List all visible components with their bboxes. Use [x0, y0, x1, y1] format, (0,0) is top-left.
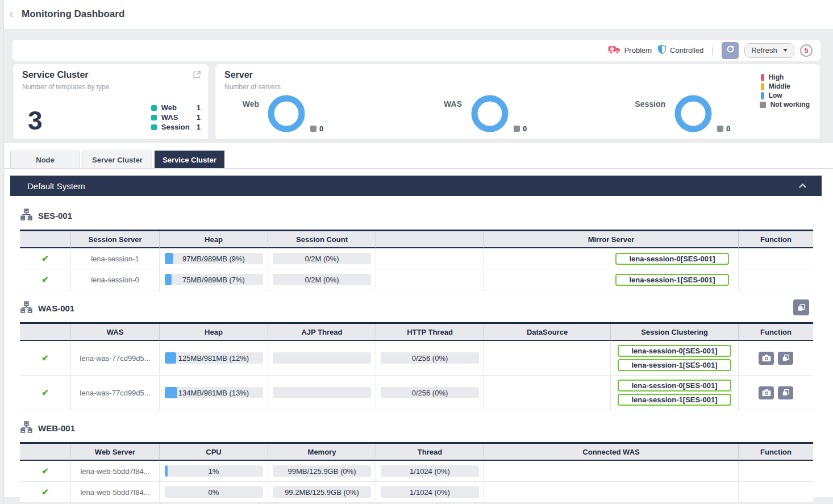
session-count-gauge: 0/2M (0%)	[273, 274, 371, 285]
cluster-icon	[20, 208, 33, 223]
server-name-cell: lena-session-1	[71, 248, 160, 269]
web-col-cpu: CPU	[160, 444, 268, 461]
tab-server-cluster[interactable]: Server Cluster	[82, 151, 152, 168]
heap-cell: 125MB/981MB (12%)	[160, 341, 268, 376]
server-name-cell: lena-was-77cd99d5...	[71, 341, 160, 376]
service-cluster-card-title: Service Cluster	[22, 70, 89, 80]
ses-col-session-server: Session Server	[71, 231, 160, 248]
was-section-head: WAS-001	[20, 301, 813, 315]
main-panel: Node Server Cluster Service Cluster Defa…	[5, 143, 833, 497]
teal-square-icon	[151, 115, 157, 120]
heap-gauge: 97MB/989MB (9%)	[165, 253, 263, 264]
toolbar-divider: |	[711, 46, 714, 55]
status-legend: High Middle Low Not working	[761, 73, 810, 109]
legend-low: Low	[761, 91, 810, 99]
not-working-square-icon	[760, 102, 766, 108]
ses-col-session-count: Session Count	[268, 231, 376, 248]
function-cell	[739, 376, 813, 410]
ses-table: Session Server Heap Session Count Mirror…	[20, 230, 813, 290]
system-bar-title: Default System	[27, 181, 85, 191]
ses-col-blank	[376, 231, 484, 248]
function-cell	[739, 269, 813, 290]
refresh-interval-dropdown[interactable]: Refresh	[744, 43, 794, 58]
refresh-dropdown-label: Refresh	[751, 46, 777, 55]
session-count-cell: 0/2M (0%)	[268, 269, 376, 290]
page-title: Monitoring Dashboard	[22, 9, 124, 20]
mirror-server-pill[interactable]: lena-session-0[SES-001]	[615, 253, 729, 265]
mirror-server-pill[interactable]: lena-session-1[SES-001]	[615, 274, 729, 286]
clustering-pill[interactable]: lena-session-0[SES-001]	[618, 380, 731, 391]
heap-gauge: 75MB/989MB (7%)	[165, 274, 263, 285]
mirror-server-cell: lena-session-0[SES-001]	[484, 248, 739, 269]
app-header: ‹ Monitoring Dashboard	[0, 0, 833, 30]
ses-col-function: Function	[739, 231, 813, 248]
heap-gauge: 125MB/981MB (12%)	[165, 352, 263, 364]
service-cluster-card: Service Cluster Number of templates by t…	[13, 64, 209, 140]
clustering-pill[interactable]: lena-session-0[SES-001]	[618, 345, 731, 357]
ajp-thread-gauge	[273, 352, 371, 364]
memory-gauge: 99.2MB/125.9GB (0%)	[273, 486, 371, 498]
status-cell: ✔	[20, 482, 71, 503]
tab-service-cluster[interactable]: Service Cluster	[155, 151, 224, 168]
http-thread-gauge: 0/256 (0%)	[381, 387, 479, 398]
copy-button[interactable]	[778, 352, 793, 365]
check-icon: ✔	[41, 466, 49, 476]
clustering-pill[interactable]: lena-session-1[SES-001]	[618, 359, 731, 371]
web-not-working-count: 0	[310, 124, 323, 133]
was-col-datasource: DataSource	[484, 324, 611, 341]
server-name-cell: lena-web-5bdd7f84...	[71, 482, 160, 503]
template-total-count: 3	[28, 105, 43, 136]
web-section-head: WEB-001	[20, 420, 813, 435]
low-pill-icon	[761, 92, 764, 99]
snapshot-button[interactable]	[759, 386, 774, 399]
was-col-clustering: Session Clustering	[611, 324, 739, 341]
ambulance-icon	[608, 45, 621, 56]
chevron-up-icon[interactable]	[798, 183, 807, 189]
session-donut-chart: 2	[674, 95, 712, 132]
was-not-working-count: 0	[514, 124, 527, 133]
ses-section-head: SES-001	[20, 208, 813, 223]
refresh-now-button[interactable]	[722, 42, 739, 59]
session-count-cell: 0/2M (0%)	[268, 248, 376, 269]
ses-col-heap: Heap	[160, 231, 268, 248]
copy-button[interactable]	[778, 386, 793, 399]
connected-was-cell	[484, 482, 739, 503]
function-cell	[739, 482, 813, 503]
server-name-cell: lena-session-0	[71, 269, 160, 290]
server-name-cell: lena-web-5bdd7f84...	[71, 461, 160, 482]
function-cell	[739, 461, 813, 482]
service-cluster-card-subtitle: Number of templates by type	[22, 83, 109, 91]
web-col-thread: Thread	[376, 444, 484, 461]
back-button[interactable]: ‹	[5, 8, 18, 22]
cpu-gauge: 0%	[165, 486, 263, 498]
web-col-function: Function	[739, 444, 813, 461]
popout-icon[interactable]	[192, 70, 202, 82]
ses-section-title: SES-001	[38, 211, 72, 220]
function-cell	[739, 341, 813, 376]
problem-label: Problem	[624, 46, 652, 55]
check-icon: ✔	[41, 388, 49, 398]
copy-all-button[interactable]	[793, 299, 809, 315]
legend-not-working: Not working	[761, 101, 810, 109]
thread-gauge: 1/1024 (0%)	[381, 465, 479, 477]
ses-col-status	[20, 231, 71, 248]
status-cell: ✔	[20, 269, 71, 290]
heap-cell: 75MB/989MB (7%)	[160, 269, 268, 290]
clustering-pill[interactable]: lena-session-1[SES-001]	[618, 394, 731, 406]
web-col-status	[20, 444, 71, 461]
legend-middle: Middle	[761, 82, 810, 90]
status-cell: ✔	[20, 341, 71, 376]
was-donut-chart: 2	[471, 95, 509, 132]
server-name-cell: lena-was-77cd99d5...	[71, 376, 160, 410]
heap-cell: 97MB/989MB (9%)	[160, 248, 268, 269]
tab-node[interactable]: Node	[10, 151, 80, 168]
middle-pill-icon	[761, 83, 764, 90]
snapshot-button[interactable]	[759, 352, 774, 365]
toolbar: Problem Controlled | Refresh 5	[13, 40, 820, 61]
was-col-function: Function	[739, 324, 813, 341]
legend-row-web: Web 1	[151, 103, 201, 112]
cluster-icon	[20, 420, 33, 436]
http-thread-cell: 0/256 (0%)	[376, 341, 484, 376]
refresh-countdown-badge: 5	[800, 44, 813, 57]
gray-square-icon	[717, 126, 723, 132]
